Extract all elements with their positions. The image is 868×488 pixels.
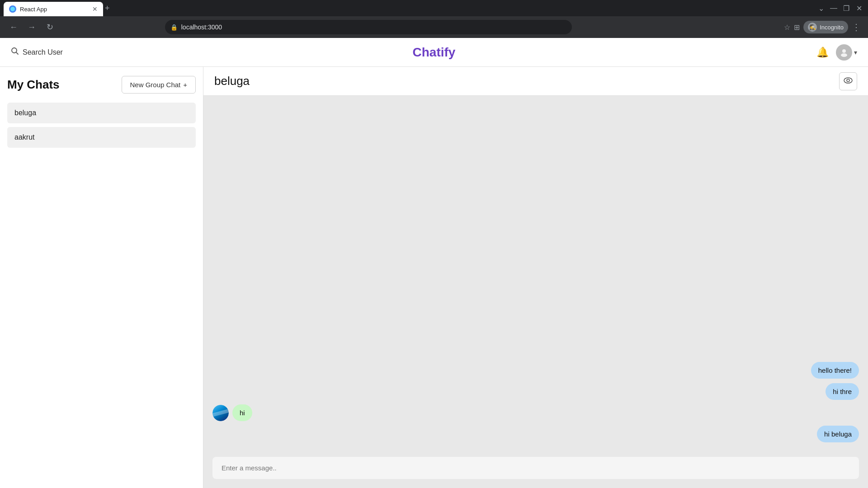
list-tabs-button[interactable]: ⌄ — [816, 3, 826, 14]
new-group-chat-label: New Group Chat — [130, 81, 181, 89]
planet-avatar-icon — [212, 405, 229, 421]
chat-item-beluga[interactable]: beluga — [7, 103, 196, 123]
grid-button[interactable]: ⊞ — [794, 23, 800, 32]
message-bubble: hi — [232, 404, 252, 421]
star-button[interactable]: ☆ — [784, 23, 790, 32]
tab-close-button[interactable]: ✕ — [92, 6, 98, 12]
browser-tab-bar: React App ✕ + ⌄ — ❐ ✕ — [0, 0, 868, 16]
notification-bell-icon[interactable]: 🔔 — [816, 47, 829, 58]
more-options-button[interactable]: ⋮ — [852, 22, 861, 33]
search-area[interactable]: Search User — [11, 47, 63, 57]
message-bubble: hi thre — [826, 383, 859, 400]
window-controls: ⌄ — ❐ ✕ — [816, 3, 864, 14]
chat-header: beluga — [203, 67, 868, 96]
minimize-button[interactable]: — — [828, 3, 839, 14]
app-logo: Chatify — [413, 45, 456, 60]
eye-icon — [844, 76, 853, 86]
chat-title: beluga — [214, 74, 250, 88]
svg-point-5 — [844, 78, 852, 83]
message-row: hi — [212, 404, 859, 421]
incognito-badge: 🕵 Incognito — [803, 21, 848, 33]
message-row: hi beluga — [212, 426, 859, 442]
chat-list: beluga aakrut — [7, 103, 196, 148]
chat-area: beluga — [203, 67, 868, 488]
maximize-button[interactable]: ❐ — [841, 3, 852, 14]
lock-icon: 🔒 — [170, 24, 178, 31]
app-main: My Chats New Group Chat + beluga aakrut … — [0, 67, 868, 488]
url-display: localhost:3000 — [181, 23, 222, 31]
svg-point-3 — [842, 49, 846, 53]
svg-point-0 — [10, 7, 15, 11]
incognito-icon: 🕵 — [808, 23, 817, 32]
active-tab[interactable]: React App ✕ — [4, 2, 103, 16]
my-chats-title: My Chats — [7, 78, 60, 92]
incognito-label: Incognito — [820, 24, 844, 31]
tab-favicon — [9, 5, 16, 13]
chat-header-right — [839, 72, 857, 90]
sidebar: My Chats New Group Chat + beluga aakrut — [0, 67, 203, 488]
refresh-button[interactable]: ↻ — [43, 21, 56, 33]
message-input-area — [203, 451, 868, 488]
chat-item-aakrut[interactable]: aakrut — [7, 127, 196, 148]
avatar — [836, 44, 852, 61]
sender-avatar — [212, 405, 229, 421]
view-profile-button[interactable] — [839, 72, 857, 90]
message-input[interactable] — [212, 457, 859, 479]
avatar-chevron-icon: ▾ — [854, 49, 857, 56]
browser-toolbar: ← → ↻ 🔒 localhost:3000 ☆ ⊞ 🕵 Incognito ⋮ — [0, 16, 868, 38]
tab-title: React App — [20, 6, 89, 13]
toolbar-right-actions: ☆ ⊞ 🕵 Incognito ⋮ — [784, 21, 861, 33]
sidebar-header: My Chats New Group Chat + — [7, 76, 196, 94]
app-header: Search User Chatify 🔔 ▾ — [0, 38, 868, 67]
back-button[interactable]: ← — [7, 21, 20, 33]
messages-area: hello there! hi thre — [203, 96, 868, 451]
app-container: Search User Chatify 🔔 ▾ My Chats — [0, 38, 868, 488]
header-right: 🔔 ▾ — [816, 44, 857, 61]
forward-button[interactable]: → — [25, 21, 38, 33]
message-bubble: hello there! — [811, 362, 859, 379]
new-group-chat-button[interactable]: New Group Chat + — [122, 76, 196, 94]
message-row: hello there! — [212, 362, 859, 379]
search-label: Search User — [23, 48, 63, 56]
user-avatar-area[interactable]: ▾ — [836, 44, 857, 61]
new-group-chat-plus-icon: + — [183, 81, 187, 89]
message-row: hi thre — [212, 383, 859, 400]
search-icon — [11, 47, 19, 57]
close-window-button[interactable]: ✕ — [854, 3, 864, 14]
svg-line-2 — [16, 52, 18, 54]
new-tab-button[interactable]: + — [105, 4, 110, 13]
message-bubble: hi beluga — [817, 426, 859, 442]
address-bar[interactable]: 🔒 localhost:3000 — [165, 20, 572, 34]
svg-point-6 — [847, 79, 849, 82]
messages-list: hello there! hi thre — [212, 362, 859, 442]
svg-point-4 — [841, 53, 847, 57]
